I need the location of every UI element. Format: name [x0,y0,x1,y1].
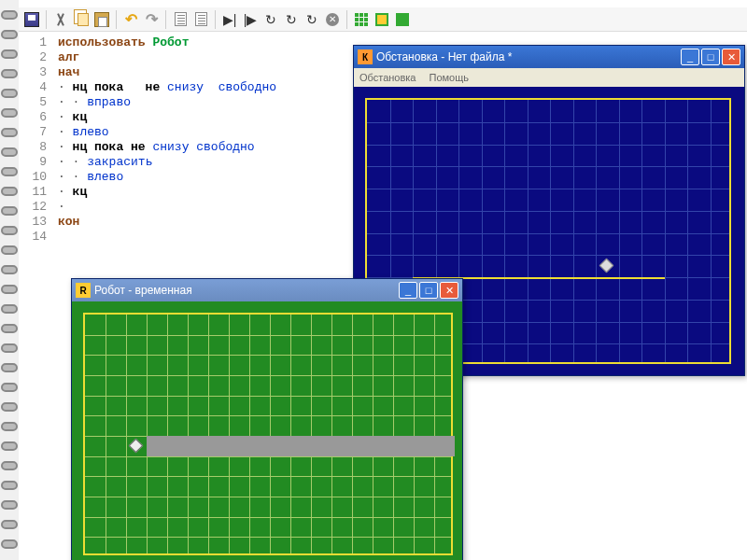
line-content: алг [52,50,79,65]
line-number: 9 [19,155,52,170]
doc2-button[interactable] [191,10,210,29]
line-content: · нц пока не снизу свободно [52,80,276,95]
loop-icon: ↻ [306,12,317,27]
line-number: 5 [19,95,52,110]
line-content: · [52,200,65,215]
spiral-binding [0,0,19,560]
painted-cell [188,436,208,456]
separator [165,10,166,29]
grid-icon [355,13,368,26]
app-icon: К [358,49,373,64]
painted-cell [434,436,455,456]
painted-cell [331,436,352,456]
painted-cell [373,436,393,456]
grid-button[interactable] [352,10,371,29]
painted-cell [249,436,270,456]
line-number: 11 [19,185,52,200]
minimize-button[interactable]: _ [681,49,699,65]
fill-icon [396,13,409,26]
separator [46,10,47,29]
main-toolbar: ↶ ↷ ▶| |▶ ↻ ↻ ↻ ✕ [19,7,747,32]
line-number: 7 [19,125,52,140]
step-button[interactable]: |▶ [241,10,260,29]
close-button[interactable]: ✕ [440,282,458,299]
minimize-button[interactable]: _ [399,282,417,299]
line-number: 13 [19,215,52,230]
redo-button[interactable]: ↷ [142,10,161,29]
line-number: 1 [19,35,52,50]
copy-icon [78,13,89,26]
copy-button[interactable] [72,10,91,29]
app-icon: R [76,283,91,298]
loop-icon: ↻ [286,12,297,27]
cut-button[interactable] [51,10,70,29]
pane-button[interactable] [373,10,391,29]
loop2-button[interactable]: ↻ [282,10,301,29]
painted-cell [290,436,311,456]
painted-cell [147,436,167,456]
stop-icon: ✕ [326,13,339,26]
line-content: · · закрасить [52,155,152,170]
loop3-button[interactable]: ↻ [303,10,321,29]
painted-cell [311,436,331,456]
paste-button[interactable] [92,10,111,29]
loop1-button[interactable]: ↻ [261,10,280,29]
document-icon [175,12,187,26]
fill-button[interactable] [393,10,412,29]
line-content: кон [52,215,79,230]
loop-icon: ↻ [265,12,276,27]
line-number: 2 [19,50,52,65]
painted-cell [270,436,290,456]
undo-icon: ↶ [125,10,137,28]
line-content: · кц [52,110,87,125]
window-titlebar[interactable]: К Обстановка - Нет файла * _ □ ✕ [354,46,744,68]
undo-button[interactable]: ↶ [121,10,140,29]
line-number: 6 [19,110,52,125]
stop-button[interactable]: ✕ [323,10,342,29]
separator [346,10,347,29]
document-icon [195,12,207,26]
robot-canvas[interactable] [72,301,462,560]
line-content: · · вправо [52,95,131,110]
save-icon [24,12,39,27]
window-menu: Обстановка Помощь [354,68,744,87]
line-number: 3 [19,65,52,80]
separator [215,10,216,29]
robot-marker [129,439,144,454]
painted-cell [393,436,414,456]
painted-cell [167,436,188,456]
line-content: · влево [52,125,109,140]
maximize-button[interactable]: □ [419,282,438,299]
close-button[interactable]: ✕ [722,49,740,65]
robot-window: R Робот - временная _ □ ✕ [71,278,463,560]
play-icon: ▶| [223,12,237,27]
window-title: Робот - временная [94,284,399,297]
line-number: 10 [19,170,52,185]
line-number: 12 [19,200,52,215]
painted-cell [414,436,434,456]
painted-cell [352,436,373,456]
maximize-button[interactable]: □ [701,49,720,65]
line-content: · · влево [52,170,123,185]
run-button[interactable]: ▶| [220,10,239,29]
line-number: 8 [19,140,52,155]
pane-icon [375,13,388,26]
window-titlebar[interactable]: R Робот - временная _ □ ✕ [72,279,462,301]
separator [116,10,117,29]
doc1-button[interactable] [171,10,190,29]
line-number: 4 [19,80,52,95]
window-title: Обстановка - Нет файла * [376,50,681,63]
cut-icon [53,12,68,27]
line-content: · кц [52,185,87,200]
save-button[interactable] [22,10,41,29]
menu-item-help[interactable]: Помощь [429,72,469,83]
line-number: 14 [19,230,52,245]
paste-icon [94,12,109,27]
painted-cell [208,436,229,456]
line-content: нач [52,65,79,80]
painted-cell [229,436,249,456]
step-icon: |▶ [244,12,258,27]
line-content: · нц пока не снизу свободно [52,140,255,155]
menu-item-environment[interactable]: Обстановка [359,72,416,83]
redo-icon: ↷ [146,10,158,28]
